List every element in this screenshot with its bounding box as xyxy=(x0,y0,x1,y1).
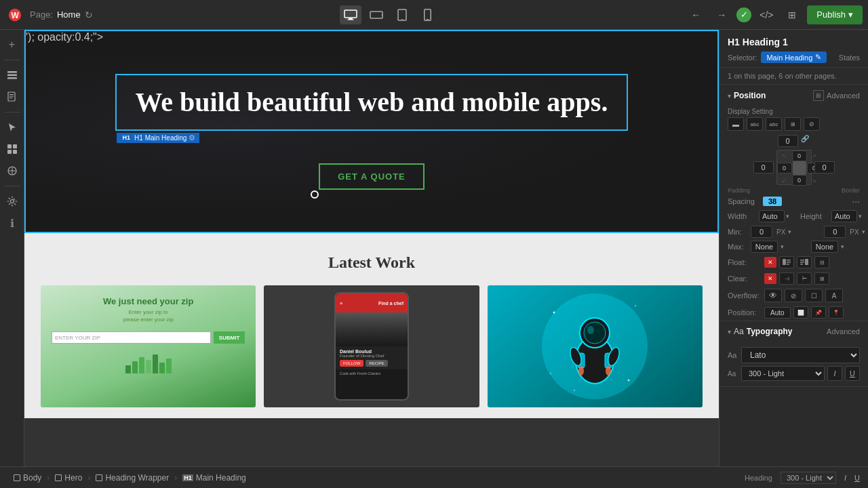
font-italic-btn[interactable]: I xyxy=(827,366,842,381)
display-none-btn[interactable]: ⊘ xyxy=(804,117,820,131)
svg-rect-21 xyxy=(13,150,17,154)
phone-follow-btn[interactable]: FOLLOW xyxy=(340,360,363,367)
min-label: Min: xyxy=(728,228,747,236)
rp-selector-tag[interactable]: Main Heading ✎ xyxy=(761,52,827,63)
rp-selector-value: Main Heading xyxy=(766,54,812,62)
phone-recipe-btn[interactable]: RECIPE xyxy=(366,360,387,367)
float-left-btn[interactable] xyxy=(779,256,794,268)
breadcrumb-body[interactable]: Body xyxy=(8,467,47,488)
corner-tl: ↖ xyxy=(782,153,787,159)
publish-button[interactable]: Publish ▾ xyxy=(807,5,863,24)
svg-rect-5 xyxy=(370,12,382,18)
font-weight-select[interactable]: 300 - Light xyxy=(741,366,825,381)
rp-typography-header[interactable]: ▾ Aa Typography Advanced xyxy=(719,321,868,342)
overflow-hidden-btn[interactable]: ⊘ xyxy=(785,289,802,302)
position-auto-btn[interactable]: Auto xyxy=(764,307,791,319)
float-right-btn[interactable] xyxy=(797,256,812,268)
margin-top-row: 🔗 xyxy=(719,134,868,148)
display-icons-row: ▬ abc abc ⊞ ⊘ xyxy=(728,117,860,131)
spacing-more-icon[interactable]: ··· xyxy=(852,196,860,207)
overflow-scroll-btn[interactable]: ☐ xyxy=(805,289,823,302)
phone-action-btns: FOLLOW RECIPE xyxy=(340,360,403,367)
rp-note: 1 on this page, 6 on other pages. xyxy=(719,68,868,85)
rp-states-label[interactable]: States xyxy=(839,54,860,62)
overflow-text-btn[interactable]: A xyxy=(825,289,843,302)
rp-edit-icon[interactable]: ✎ xyxy=(815,53,821,62)
heading-wrapper-box-icon xyxy=(96,474,102,481)
overflow-visible-btn[interactable]: 👁 xyxy=(764,289,782,302)
bottom-underline-btn[interactable]: U xyxy=(854,474,860,482)
min-height-input[interactable] xyxy=(824,226,846,238)
padding-top-input[interactable] xyxy=(792,150,807,161)
padding-bottom-input[interactable] xyxy=(792,175,807,186)
svg-rect-44 xyxy=(787,264,789,265)
device-mobile-btn[interactable] xyxy=(417,5,439,24)
svg-point-8 xyxy=(401,18,403,20)
corner-br: ↘ xyxy=(812,178,816,184)
float-none-btn[interactable]: ✕ xyxy=(764,257,776,268)
rp-position-advanced[interactable]: Advanced xyxy=(827,92,860,100)
margin-top-input[interactable] xyxy=(778,135,798,147)
breadcrumb-hero[interactable]: Hero xyxy=(50,467,87,488)
svg-point-39 xyxy=(574,390,575,391)
clear-none-btn[interactable]: ✕ xyxy=(764,273,776,284)
clear-both-btn[interactable]: ⊞ xyxy=(814,272,829,285)
bottom-italic-btn[interactable]: I xyxy=(844,474,846,482)
corner-tr: ↗ xyxy=(812,153,816,159)
sidebar-add-icon[interactable]: + xyxy=(3,35,22,54)
max-width-input[interactable] xyxy=(751,241,778,253)
spacing-value[interactable]: 38 xyxy=(763,197,782,206)
refresh-icon[interactable]: ↻ xyxy=(85,9,93,20)
sidebar-cursor-icon[interactable] xyxy=(3,118,22,137)
margin-right-input[interactable] xyxy=(814,161,835,174)
display-block-btn[interactable]: ▬ xyxy=(728,117,744,131)
code-view-btn[interactable]: </> xyxy=(755,5,777,24)
padding-left-input[interactable] xyxy=(777,163,792,174)
page-label: Page: xyxy=(30,9,53,20)
min-width-input[interactable] xyxy=(751,226,772,238)
font-weight-row: Aa 300 - Light I U xyxy=(728,366,860,381)
width-arrow: ▾ xyxy=(786,213,789,220)
min-height-unit: PX xyxy=(850,228,859,236)
height-input[interactable] xyxy=(831,210,857,222)
position-absolute-btn[interactable]: 📌 xyxy=(811,306,826,319)
width-input[interactable] xyxy=(759,210,785,222)
zip-input-placeholder[interactable]: ENTER YOUR ZIP xyxy=(52,331,211,344)
work-card-1: We just need your zip Enter your zip top… xyxy=(41,285,256,407)
responsive-preview-btn[interactable]: ⊞ xyxy=(781,5,803,24)
max-height-input[interactable] xyxy=(811,241,838,253)
sidebar-layers-icon[interactable] xyxy=(3,66,22,85)
position-relative-btn[interactable]: ⬜ xyxy=(793,306,808,319)
font-family-select[interactable]: Lato xyxy=(741,347,860,363)
device-tablet-btn[interactable] xyxy=(391,5,413,24)
hero-box-icon xyxy=(55,474,62,481)
sidebar-info-icon[interactable]: ℹ xyxy=(3,214,22,232)
position-fixed-btn[interactable]: 📍 xyxy=(829,306,844,319)
clear-right-btn[interactable]: ⊢ xyxy=(797,272,812,285)
device-desktop-btn[interactable] xyxy=(340,5,361,24)
page-name[interactable]: Home xyxy=(57,9,81,20)
sidebar-modules-icon[interactable] xyxy=(3,161,22,180)
redo-btn[interactable]: → xyxy=(711,5,732,24)
margin-left-input[interactable] xyxy=(753,161,774,174)
rp-typography-advanced[interactable]: Advanced xyxy=(827,327,860,336)
undo-btn[interactable]: ← xyxy=(685,5,707,24)
heading-gear-icon[interactable]: ⚙ xyxy=(189,134,195,142)
float-both-btn[interactable]: ⊟ xyxy=(814,256,829,268)
zip-submit-btn[interactable]: SUBMIT xyxy=(214,331,245,344)
sidebar-components-icon[interactable] xyxy=(3,140,22,159)
get-quote-button[interactable]: GET A QUOTE xyxy=(319,163,425,190)
bottom-font-weight-select[interactable]: 300 - Light xyxy=(781,472,836,484)
font-underline-btn[interactable]: U xyxy=(845,366,860,381)
device-tablet-landscape-btn[interactable] xyxy=(366,5,387,24)
display-flex-btn[interactable]: ⊞ xyxy=(785,117,801,131)
display-inline-block-btn[interactable]: abc xyxy=(747,117,763,131)
clear-left-btn[interactable]: ⊣ xyxy=(779,272,794,285)
display-inline-btn[interactable]: abc xyxy=(766,117,782,131)
sidebar-pages-icon[interactable] xyxy=(3,87,22,106)
sidebar-settings-icon[interactable] xyxy=(3,192,22,211)
rp-position-header[interactable]: ▾ Position ⊞ Advanced xyxy=(719,85,868,106)
breadcrumb-main-heading[interactable]: H1 Main Heading xyxy=(177,467,252,488)
breadcrumb-heading-wrapper[interactable]: Heading Wrapper xyxy=(90,467,174,488)
svg-point-28 xyxy=(587,326,594,334)
